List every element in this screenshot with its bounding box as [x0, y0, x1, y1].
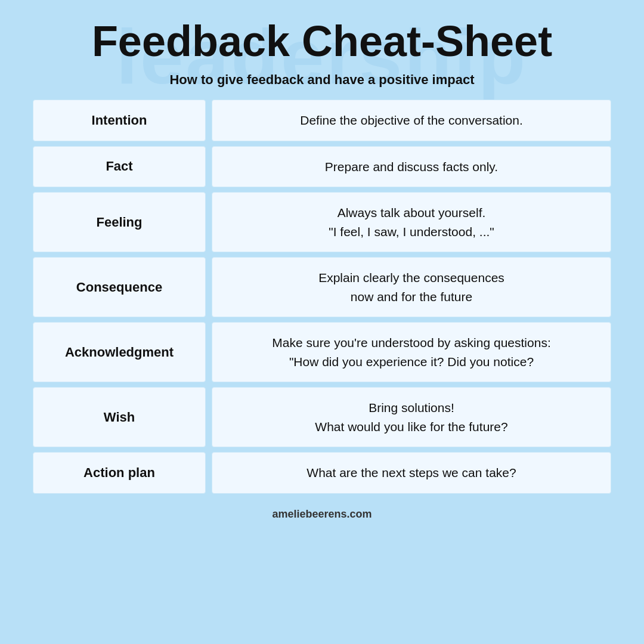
- row-label: Consequence: [33, 257, 206, 317]
- page-container: leadership Feedback Cheat-Sheet How to g…: [0, 0, 644, 644]
- table-row: ConsequenceExplain clearly the consequen…: [33, 257, 611, 317]
- footer-text: ameliebeerens.com: [272, 508, 371, 521]
- row-description: Make sure you're understood by asking qu…: [212, 322, 611, 382]
- row-label: Feeling: [33, 192, 206, 252]
- table-row: AcknowledgmentMake sure you're understoo…: [33, 322, 611, 382]
- row-label: Acknowledgment: [33, 322, 206, 382]
- row-description: What are the next steps we can take?: [212, 452, 611, 494]
- row-description: Prepare and discuss facts only.: [212, 146, 611, 188]
- table-row: FeelingAlways talk about yourself. "I fe…: [33, 192, 611, 252]
- page-title: Feedback Cheat-Sheet: [92, 18, 552, 65]
- table-row: WishBring solutions! What would you like…: [33, 387, 611, 447]
- table-row: Action planWhat are the next steps we ca…: [33, 452, 611, 494]
- row-description: Explain clearly the consequences now and…: [212, 257, 611, 317]
- table-row: IntentionDefine the objective of the con…: [33, 100, 611, 141]
- row-description: Always talk about yourself. "I feel, I s…: [212, 192, 611, 252]
- row-label: Action plan: [33, 452, 206, 494]
- row-description: Bring solutions! What would you like for…: [212, 387, 611, 447]
- row-label: Fact: [33, 146, 206, 188]
- row-label: Intention: [33, 100, 206, 141]
- row-description: Define the objective of the conversation…: [212, 100, 611, 141]
- table-row: FactPrepare and discuss facts only.: [33, 146, 611, 188]
- row-label: Wish: [33, 387, 206, 447]
- page-subtitle: How to give feedback and have a positive…: [169, 72, 474, 88]
